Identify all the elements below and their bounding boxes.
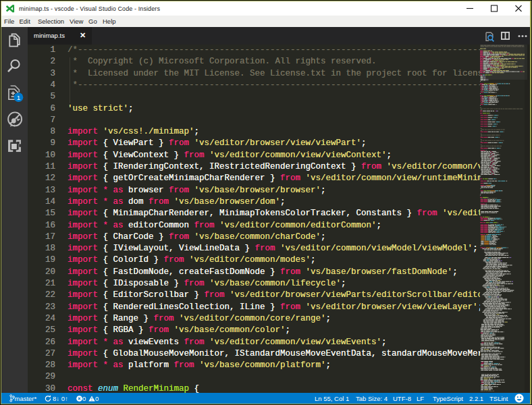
svg-text:1: 1 bbox=[17, 94, 20, 101]
